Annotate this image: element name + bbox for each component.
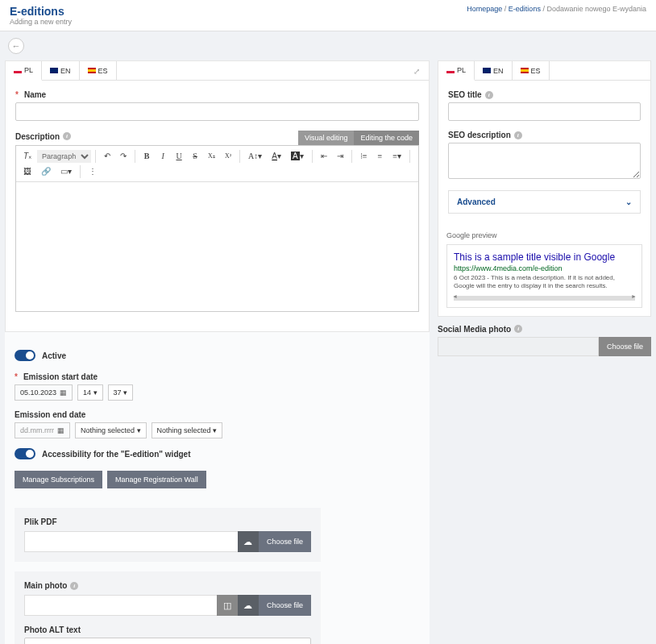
social-media-label: Social Media photo: [438, 325, 511, 334]
breadcrumb-home[interactable]: Homepage: [467, 5, 502, 13]
emission-start-label: Emission start date: [23, 372, 98, 381]
upload-icon[interactable]: ☁: [238, 531, 259, 552]
choose-photo-button[interactable]: Choose file: [259, 595, 311, 616]
emission-end-label: Emission end date: [15, 410, 85, 419]
font-size-icon[interactable]: A↕▾: [244, 149, 266, 163]
seo-desc-input[interactable]: [448, 143, 641, 179]
editor-toolbar: Tₓ Paragraph ↶ ↷ B I U S X₂ X²: [16, 146, 418, 182]
strike-icon[interactable]: S: [188, 149, 202, 163]
flag-pl-icon: [446, 68, 455, 73]
gp-scrollbar[interactable]: [454, 296, 635, 301]
advanced-accordion[interactable]: Advanced ⌄: [448, 190, 641, 214]
pdf-file-field: [24, 531, 238, 552]
description-label: Description: [15, 132, 60, 141]
seo-title-label: SEO title: [448, 90, 482, 99]
seo-tab-es[interactable]: ES: [513, 61, 550, 80]
flag-en-icon: [50, 68, 58, 73]
flag-es-icon: [521, 68, 529, 73]
crop-icon[interactable]: ◫: [217, 595, 238, 616]
photo-alt-label: Photo ALT text: [24, 625, 311, 634]
manage-subscriptions-button[interactable]: Manage Subscriptions: [15, 471, 102, 488]
calendar-icon: ▦: [57, 426, 64, 434]
seo-title-input[interactable]: [448, 102, 641, 121]
info-icon: i: [63, 132, 71, 140]
seo-desc-label: SEO description: [448, 131, 511, 139]
chevron-down-icon: ⌄: [625, 197, 632, 206]
tab-pl[interactable]: PL: [6, 61, 42, 81]
page-header: E-editions Adding a new entry Homepage /…: [0, 0, 656, 31]
gp-title: This is a sample title visible in Google: [454, 251, 635, 263]
seo-tab-pl[interactable]: PL: [438, 61, 475, 81]
seo-tab-en[interactable]: EN: [475, 61, 513, 80]
flag-en-icon: [483, 68, 491, 73]
accessibility-toggle[interactable]: [15, 448, 35, 459]
visual-editing-button[interactable]: Visual editing: [298, 131, 354, 145]
more-icon[interactable]: ⋮: [85, 164, 101, 178]
flag-pl-icon: [14, 68, 22, 73]
active-toggle[interactable]: [15, 350, 35, 361]
accessibility-label: Accessibility for the "E-edition" widget: [42, 450, 191, 459]
italic-icon[interactable]: I: [156, 149, 170, 163]
bold-icon[interactable]: B: [139, 149, 154, 163]
info-icon: i: [70, 582, 78, 590]
info-icon: i: [514, 131, 522, 139]
tab-es[interactable]: ES: [80, 61, 117, 80]
breadcrumb-current: Dodawanie nowego E-wydania: [546, 5, 646, 13]
underline-icon[interactable]: U: [172, 149, 186, 163]
breadcrumb-section[interactable]: E-editions: [509, 5, 541, 13]
font-color-icon[interactable]: A▾: [268, 149, 285, 163]
start-hour-select[interactable]: 14 ▾: [77, 384, 103, 401]
end-min-select[interactable]: Nothing selected ▾: [152, 422, 223, 438]
upload-icon[interactable]: ☁: [238, 595, 259, 616]
calendar-icon: ▦: [60, 388, 67, 397]
end-date-input[interactable]: dd.mm.rrrr ▦: [15, 422, 70, 438]
photo-file-field: [24, 595, 217, 616]
indent-icon[interactable]: ⇥: [333, 149, 347, 163]
seo-language-tabs: PL EN ES: [438, 61, 650, 81]
gp-url: https://www.4media.com/e-edition: [454, 264, 635, 272]
page-title: E-editions: [10, 5, 72, 18]
number-list-icon[interactable]: ≡: [372, 149, 387, 163]
flag-es-icon: [88, 68, 96, 73]
bullet-list-icon[interactable]: ⁝≡: [356, 149, 372, 163]
google-preview-box: This is a sample title visible in Google…: [446, 244, 642, 308]
plik-pdf-label: Plik PDF: [24, 517, 311, 526]
start-date-input[interactable]: 05.10.2023 ▦: [15, 384, 73, 401]
undo-icon[interactable]: ↶: [100, 149, 114, 163]
name-input[interactable]: [15, 102, 419, 121]
photo-alt-input[interactable]: [24, 638, 311, 644]
image-icon[interactable]: 🖼: [19, 164, 35, 178]
link-icon[interactable]: 🔗: [37, 164, 55, 178]
subscript-icon[interactable]: X₂: [204, 150, 219, 162]
manage-registration-wall-button[interactable]: Manage Registration Wall: [107, 471, 206, 488]
end-hour-select[interactable]: Nothing selected ▾: [75, 422, 147, 438]
name-label: Name: [24, 90, 46, 99]
info-icon: i: [485, 91, 493, 99]
editing-code-button[interactable]: Editing the code: [354, 131, 419, 145]
info-icon: i: [514, 325, 522, 333]
social-photo-field: [438, 337, 599, 356]
page-subtitle: Adding a new entry: [10, 18, 72, 26]
description-editor[interactable]: [16, 182, 418, 311]
start-min-select[interactable]: 37 ▾: [108, 384, 134, 401]
choose-pdf-button[interactable]: Choose file: [259, 531, 311, 552]
superscript-icon[interactable]: X²: [221, 150, 235, 162]
highlight-icon[interactable]: A▾: [287, 149, 308, 163]
language-tabs: PL EN ES: [6, 61, 429, 81]
google-preview-label: Google preview: [446, 231, 642, 239]
main-photo-label: Main photo: [24, 581, 67, 590]
tab-en[interactable]: EN: [42, 61, 80, 80]
breadcrumb: Homepage / E-editions / Dodawanie nowego…: [467, 5, 646, 13]
expand-icon[interactable]: ⤢: [413, 67, 420, 76]
choose-social-file-button[interactable]: Choose file: [599, 337, 651, 356]
gp-desc: 6 Oct 2023 - This is a meta description.…: [454, 274, 635, 291]
redo-icon[interactable]: ↷: [116, 149, 131, 163]
align-icon[interactable]: ≡▾: [388, 149, 405, 163]
clear-format-icon[interactable]: Tₓ: [19, 149, 35, 163]
paragraph-select[interactable]: Paragraph: [37, 150, 91, 163]
back-button[interactable]: ←: [8, 38, 24, 54]
outdent-icon[interactable]: ⇤: [317, 149, 331, 163]
active-label: Active: [42, 351, 66, 360]
embed-icon[interactable]: ▭▾: [56, 164, 76, 178]
